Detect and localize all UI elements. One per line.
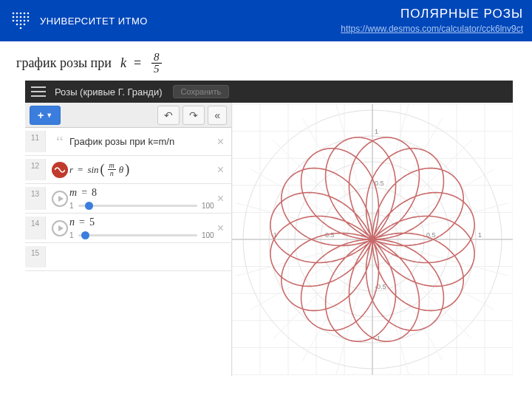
svg-point-1: [16, 13, 18, 15]
caption-text: график розы при: [16, 55, 112, 71]
expression-row-formula[interactable]: 12 r= sin ( mn θ ) ×: [25, 156, 231, 184]
svg-point-13: [24, 20, 26, 22]
svg-point-15: [16, 24, 18, 26]
k-var: k: [120, 55, 126, 71]
svg-point-11: [16, 20, 18, 22]
svg-point-8: [24, 16, 26, 18]
expression-toolbar: +▼ ↶ ↷ «: [25, 103, 231, 128]
svg-text:0.5: 0.5: [375, 180, 384, 187]
play-icon[interactable]: [52, 220, 68, 236]
delete-row-button[interactable]: ×: [214, 163, 227, 177]
svg-point-4: [27, 13, 30, 15]
expression-row-n[interactable]: 14 n=5 1 100 ×: [25, 214, 231, 243]
svg-point-2: [20, 13, 22, 15]
graph-canvas[interactable]: -1-1-0.5-0.50.50.511: [232, 103, 513, 376]
svg-point-16: [20, 24, 22, 26]
graph-title[interactable]: Розы (кривые Г. Гранди): [55, 86, 163, 98]
svg-text:1: 1: [375, 128, 378, 135]
svg-point-5: [13, 16, 15, 18]
slide-title: ПОЛЯРНЫЕ РОЗЫ: [341, 7, 523, 21]
caption: график розы при k = 8 5: [0, 41, 532, 81]
svg-point-14: [27, 20, 30, 22]
desmos-app: Розы (кривые Г. Гранди) Сохранить +▼ ↶ ↷…: [25, 81, 513, 376]
svg-point-6: [16, 16, 18, 18]
expression-row-note[interactable]: 11 “ График розы при k=m/n ×: [25, 128, 231, 156]
expression-panel: +▼ ↶ ↷ « 11 “ График розы при k=m/n × 12…: [25, 103, 232, 376]
add-expression-button[interactable]: +▼: [30, 106, 61, 125]
save-button[interactable]: Сохранить: [173, 85, 230, 98]
desmos-link[interactable]: https://www.desmos.com/calculator/cck6ln…: [341, 24, 523, 34]
n-slider[interactable]: 1 100: [69, 231, 214, 239]
delete-row-button[interactable]: ×: [214, 192, 227, 205]
university-name: УНИВЕРСИТЕТ ИТМО: [40, 16, 148, 27]
svg-point-3: [24, 13, 26, 15]
plot-color-icon[interactable]: [52, 162, 68, 178]
svg-point-0: [13, 13, 15, 15]
svg-point-10: [13, 20, 15, 22]
slide-header: УНИВЕРСИТЕТ ИТМО ПОЛЯРНЫЕ РОЗЫ https://w…: [0, 0, 532, 41]
redo-button[interactable]: ↷: [183, 106, 205, 125]
slider-thumb[interactable]: [85, 202, 93, 210]
collapse-panel-button[interactable]: «: [208, 106, 227, 125]
slider-thumb[interactable]: [81, 231, 89, 239]
svg-point-7: [20, 16, 22, 18]
menu-icon[interactable]: [31, 86, 46, 97]
delete-row-button[interactable]: ×: [214, 135, 227, 149]
formula-content[interactable]: r= sin ( mn θ ): [69, 162, 214, 177]
m-slider[interactable]: 1 100: [69, 202, 214, 210]
delete-row-button[interactable]: ×: [214, 222, 227, 235]
svg-point-17: [24, 24, 26, 26]
svg-text:1: 1: [478, 231, 482, 239]
note-icon: “: [56, 137, 64, 146]
note-text[interactable]: График розы при k=m/n: [69, 136, 214, 147]
k-fraction: 8 5: [151, 52, 162, 75]
expression-row-m[interactable]: 13 m=8 1 100 ×: [25, 184, 231, 214]
svg-point-18: [20, 27, 22, 30]
svg-point-9: [27, 16, 30, 18]
play-icon[interactable]: [52, 191, 68, 207]
itmo-logo-icon: [9, 9, 33, 33]
app-titlebar: Розы (кривые Г. Гранди) Сохранить: [25, 81, 513, 103]
expression-row-empty[interactable]: 15: [25, 243, 231, 271]
undo-button[interactable]: ↶: [157, 106, 180, 125]
svg-point-12: [20, 20, 22, 22]
